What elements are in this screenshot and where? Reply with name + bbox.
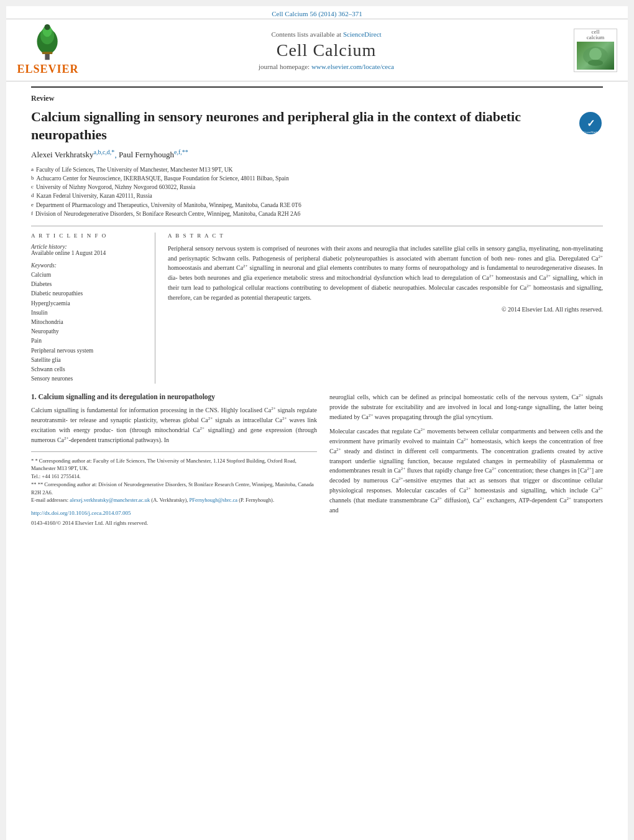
affil-c: University of Nizhny Novgorod, Nizhny No…: [36, 183, 195, 192]
footnote-double-star-text: ** Corresponding author at: Division of …: [31, 481, 314, 496]
sciencedirect-link[interactable]: ScienceDirect: [343, 30, 382, 38]
keyword-satellite-glia: Satellite glia: [31, 356, 146, 365]
svg-point-4: [44, 24, 50, 30]
keywords-label: Keywords:: [31, 262, 146, 269]
review-label: Review: [31, 86, 603, 106]
journal-ref: Cell Calcium 56 (2014) 362–371: [6, 6, 628, 19]
page: Cell Calcium 56 (2014) 362–371 ELSEVIER …: [6, 6, 628, 840]
elsevier-wordmark: ELSEVIER: [17, 63, 78, 76]
affil-d: Kazan Federal University, Kazan 420111, …: [37, 192, 152, 200]
header-area: ELSEVIER Contents lists available at Sci…: [6, 19, 628, 81]
section1-number: 1.: [31, 393, 37, 400]
section1-right-para1: neuroglial cells, which can be defined a…: [329, 392, 603, 422]
copyright-line: © 2014 Elsevier Ltd. All rights reserved…: [168, 306, 603, 313]
svg-point-8: [588, 60, 603, 66]
keywords-list: Calcium Diabetes Diabetic neuropathies H…: [31, 270, 146, 384]
elsevier-logo: ELSEVIER: [14, 24, 82, 76]
journal-logo-image: cell calcium: [574, 29, 617, 72]
logo-image-placeholder: [577, 42, 614, 70]
svg-rect-5: [42, 52, 53, 54]
authors-line: Alexei Verkhratskya,b,c,d,*, Paul Fernyh…: [31, 149, 603, 160]
affil-a: Faculty of Life Sciences, The University…: [36, 165, 232, 174]
affil-e: Department of Pharmacology and Therapeut…: [36, 201, 301, 210]
history-label: Article history:: [31, 244, 146, 250]
contents-line: Contents lists available at ScienceDirec…: [271, 30, 381, 38]
keyword-calcium: Calcium: [31, 270, 146, 280]
footnotes-area: * * Corresponding author at: Faculty of …: [31, 451, 317, 528]
footnote-star-text: * Corresponding author at: Faculty of Li…: [31, 458, 296, 472]
logo-text-calcium: calcium: [587, 35, 605, 40]
keyword-insulin: Insulin: [31, 308, 146, 318]
keyword-pain: Pain: [31, 336, 146, 346]
article-title: Calcium signalling in sensory neurones a…: [31, 108, 566, 144]
footnote-tel: Tel.: +44 161 2755414.: [31, 473, 317, 481]
homepage-line: journal homepage: www.elsevier.com/locat…: [259, 63, 394, 70]
homepage-url[interactable]: www.elsevier.com/locate/ceca: [311, 63, 394, 70]
keyword-peripheral-nervous-system: Peripheral nervous system: [31, 346, 146, 356]
footnote-email1-link[interactable]: alexej.verkhratsky@manchester.ac.uk: [70, 497, 150, 503]
section1-right-para2: Molecular cascades that regulate Ca2+ mo…: [329, 427, 603, 515]
svg-text:CrossMark: CrossMark: [584, 131, 598, 134]
affil-b: Achucarro Center for Neuroscience, IKERB…: [37, 174, 289, 183]
author-fernyhough: Paul Fernyhough: [119, 150, 174, 160]
article-info-title: A R T I C L E I N F O: [31, 233, 146, 239]
crossmark-badge[interactable]: ✓ CrossMark: [578, 111, 603, 136]
article-info-column: A R T I C L E I N F O Article history: A…: [31, 233, 155, 384]
section1-title-text: Calcium signalling and its deregulation …: [39, 393, 216, 400]
abstract-title: A B S T R A C T: [168, 233, 603, 239]
affiliations: a Faculty of Life Sciences, The Universi…: [31, 165, 603, 219]
journal-logo-box: cell calcium: [571, 29, 620, 72]
article-history: Article history: Available online 1 Augu…: [31, 244, 146, 256]
issn-line: 0143-4160/© 2014 Elsevier Ltd. All right…: [31, 519, 317, 528]
author-verkhratsky: Alexei Verkhratsky: [31, 150, 93, 160]
footnote-email-label: E-mail addresses:: [31, 497, 70, 503]
waves-text: waves: [289, 417, 305, 423]
keywords-section: Keywords: Calcium Diabetes Diabetic neur…: [31, 262, 146, 384]
section1-left-para1: Calcium signalling is fundamental for in…: [31, 405, 317, 445]
elsevier-tree-icon: [23, 24, 73, 62]
footnote-double-star: ** ** Corresponding author at: Division …: [31, 481, 317, 497]
body-left-column: 1. Calcium signalling and its deregulati…: [31, 392, 317, 527]
history-value: Available online 1 August 2014: [31, 250, 146, 256]
keyword-mitochondria: Mitochondria: [31, 318, 146, 327]
footnote-email1-author: (A. Verkhratsky),: [151, 497, 188, 503]
abstract-text: Peripheral sensory nervous system is com…: [168, 244, 603, 302]
svg-point-7: [589, 48, 602, 60]
article-info-abstract-section: A R T I C L E I N F O Article history: A…: [31, 226, 603, 384]
footnote-star: * * Corresponding author at: Faculty of …: [31, 457, 317, 473]
keyword-diabetes: Diabetes: [31, 280, 146, 289]
keyword-diabetic-neuropathies: Diabetic neuropathies: [31, 289, 146, 298]
affil-f: Division of Neurodegenerative Disorders,…: [35, 210, 300, 218]
journal-ref-text: Cell Calcium 56 (2014) 362–371: [272, 10, 362, 17]
doi-line[interactable]: http://dx.doi.org/10.1016/j.ceca.2014.07…: [31, 509, 317, 518]
homepage-text: journal homepage:: [259, 63, 310, 70]
abstract-column: A B S T R A C T Peripheral sensory nervo…: [168, 233, 603, 384]
keyword-schwann-cells: Schwann cells: [31, 365, 146, 374]
keyword-neuropathy: Neuropathy: [31, 327, 146, 336]
section1-title: 1. Calcium signalling and its deregulati…: [31, 392, 317, 402]
footnote-emails: E-mail addresses: alexej.verkhratsky@man…: [31, 496, 317, 504]
keyword-sensory-neurones: Sensory neurones: [31, 374, 146, 384]
keyword-hyperglycaemia: Hyperglycaemia: [31, 299, 146, 308]
footnote-email2-author: (P. Fernyhough).: [239, 497, 274, 503]
journal-center-header: Contents lists available at ScienceDirec…: [88, 30, 564, 70]
article-title-row: Calcium signalling in sensory neurones a…: [31, 108, 603, 144]
body-content: 1. Calcium signalling and its deregulati…: [31, 392, 603, 540]
footnote-email2-link[interactable]: PFernyhough@sbrc.ca: [190, 497, 237, 503]
contents-text: Contents lists available at: [271, 30, 341, 38]
main-content: Review Calcium signalling in sensory neu…: [6, 86, 628, 540]
body-right-column: neuroglial cells, which can be defined a…: [329, 392, 603, 527]
svg-text:✓: ✓: [587, 118, 595, 129]
journal-title-header: Cell Calcium: [277, 40, 377, 60]
